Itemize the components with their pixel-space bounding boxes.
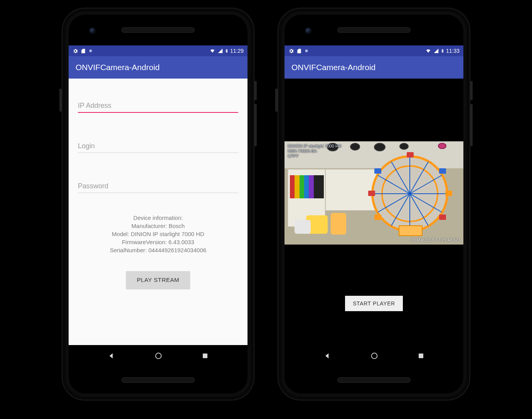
power-button-right[interactable]: [275, 89, 278, 112]
signal-icon: [433, 48, 439, 54]
svg-rect-5: [419, 354, 423, 358]
video-stream-view[interactable]: DINION IP starlight 7000 HD NBN-73023-BA…: [285, 141, 463, 245]
signal-icon: [217, 48, 223, 54]
app-bar: ONVIFCamera-Android: [285, 56, 463, 79]
play-stream-button[interactable]: PLAY STREAM: [126, 271, 190, 288]
nav-recent-icon[interactable]: [418, 352, 424, 359]
status-time: 11:29: [230, 48, 244, 54]
nav-back-icon[interactable]: [108, 352, 115, 360]
android-nav-bar: [69, 345, 247, 367]
bottom-bezel: [69, 367, 247, 394]
ip-address-field[interactable]: [78, 99, 238, 113]
svg-point-3: [305, 50, 308, 52]
bottom-bezel: [285, 367, 463, 394]
device-info-manufacturer: Manufacturer: Bosch: [78, 222, 238, 230]
device-info-serial: SerialNumber: 044449261924034006: [78, 246, 238, 254]
bottom-speaker: [121, 377, 195, 383]
earpiece-speaker: [121, 27, 195, 33]
vol-down-button-left[interactable]: [254, 104, 257, 146]
front-camera-icon: [305, 28, 311, 34]
password-input[interactable]: [78, 180, 238, 193]
device-info-block: Device information: Manufacturer: Bosch …: [78, 214, 238, 254]
top-bezel: [285, 15, 463, 45]
login-field[interactable]: [78, 140, 238, 153]
power-button-left[interactable]: [59, 89, 62, 112]
login-input[interactable]: [78, 140, 238, 153]
android-nav-bar: [285, 345, 463, 367]
vol-up-button-left[interactable]: [254, 81, 257, 100]
nav-recent-icon[interactable]: [202, 352, 209, 359]
status-time: 11:33: [446, 48, 460, 54]
top-bezel: [69, 15, 247, 45]
status-bar: 11:29: [69, 45, 247, 56]
sd-card-icon: [81, 48, 86, 54]
nav-back-icon[interactable]: [323, 352, 331, 360]
bottom-speaker: [337, 377, 411, 383]
svg-point-0: [89, 50, 92, 52]
device-info-firmware: FirmwareVersion: 6.43.0033: [78, 238, 238, 246]
phone-frame-right: 11:33 ONVIFCamera-Android: [278, 8, 470, 401]
wifi-icon: [209, 48, 216, 54]
front-camera-icon: [89, 28, 96, 34]
svg-point-1: [156, 353, 162, 359]
stream-overlay-text: DINION IP starlight 7000 HD NBN-73023-BA…: [288, 144, 342, 159]
phone-frame-left: 11:29 ONVIFCamera-Android Device informa…: [62, 8, 254, 401]
svg-rect-2: [203, 354, 207, 358]
nav-home-icon[interactable]: [370, 352, 379, 360]
nav-home-icon[interactable]: [154, 352, 163, 360]
app-title: ONVIFCamera-Android: [76, 63, 160, 72]
battery-icon: [225, 48, 229, 54]
earpiece-speaker: [337, 27, 411, 33]
sd-card-icon: [296, 48, 302, 54]
circle-icon: [88, 49, 93, 53]
stream-timestamp: 09.Mar.2018 12:29:48.623: [411, 238, 460, 242]
vol-up-button-right[interactable]: [470, 81, 473, 100]
wifi-icon: [425, 48, 432, 54]
status-bar: 11:33: [285, 45, 463, 56]
gear-icon: [288, 48, 294, 54]
gear-icon: [72, 48, 78, 54]
device-info-heading: Device information:: [78, 214, 238, 222]
battery-icon: [441, 48, 444, 54]
password-field[interactable]: [78, 180, 238, 193]
ip-address-input[interactable]: [78, 99, 238, 113]
ferris-wheel-icon: [371, 155, 448, 232]
vol-down-button-right[interactable]: [470, 104, 473, 146]
device-info-model: Model: DINION IP starlight 7000 HD: [78, 230, 238, 238]
start-player-button[interactable]: START PLAYER: [345, 296, 403, 311]
app-bar: ONVIFCamera-Android: [69, 56, 247, 79]
circle-icon: [304, 49, 309, 53]
app-title: ONVIFCamera-Android: [291, 63, 375, 72]
svg-point-4: [372, 353, 377, 359]
